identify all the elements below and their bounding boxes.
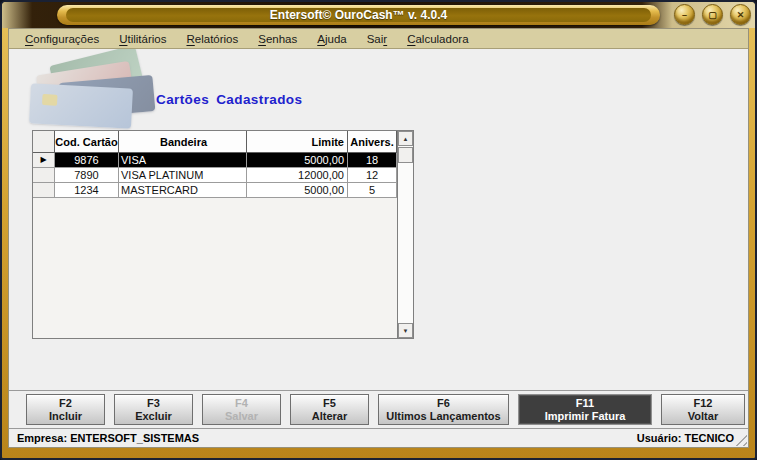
cell-limite[interactable]: 5000,00 — [247, 183, 348, 198]
f4-salvar-button: F4Salvar — [202, 394, 281, 425]
scroll-down-icon[interactable]: ▼ — [398, 323, 413, 338]
menu-ajuda[interactable]: Ajuda — [307, 32, 356, 46]
window-controls: – ▢ ✕ — [674, 4, 751, 25]
maximize-icon[interactable]: ▢ — [702, 4, 723, 25]
header-anivers[interactable]: Anivers. — [348, 131, 397, 153]
f3-excluir-button[interactable]: F3Excluir — [114, 394, 193, 425]
page-title: Cartões Cadastrados — [156, 92, 302, 107]
app-window: Entersoft© OuroCash™ v. 4.0.4 – ▢ ✕ Conf… — [0, 0, 757, 460]
cell-anivers[interactable]: 18 — [348, 153, 397, 168]
vertical-scrollbar[interactable]: ▲ ▼ — [397, 131, 413, 338]
card-chip — [42, 94, 58, 106]
main-content: Cartões Cadastrados Cod. Cartão Bandeira… — [9, 49, 748, 390]
card-blue — [29, 83, 133, 128]
grid-header-row: Cod. Cartão Bandeira Limite Anivers. — [33, 131, 397, 153]
close-icon[interactable]: ✕ — [730, 4, 751, 25]
cell-limite[interactable]: 12000,00 — [247, 168, 348, 183]
cell-anivers[interactable]: 12 — [348, 168, 397, 183]
client-area: Configurações Utilitários Relatórios Sen… — [8, 28, 749, 448]
row-selector-cell: ▶ — [33, 153, 55, 168]
menu-calculadora[interactable]: Calculadora — [397, 32, 478, 46]
menu-senhas[interactable]: Senhas — [248, 32, 307, 46]
status-usuario: Usuário: TECNICO — [637, 432, 734, 444]
status-bar: Empresa: ENTERSOFT_SISTEMAS Usuário: TEC… — [9, 428, 748, 447]
scrollbar-track[interactable] — [398, 163, 413, 323]
grid-body: Cod. Cartão Bandeira Limite Anivers. ▶ 9… — [33, 131, 397, 338]
scroll-up-icon[interactable]: ▲ — [398, 131, 413, 146]
menu-utilitarios[interactable]: Utilitários — [109, 32, 176, 46]
cell-bandeira[interactable]: MASTERCARD — [119, 183, 247, 198]
f12-voltar-button[interactable]: F12Voltar — [661, 394, 745, 425]
title-pill: Entersoft© OuroCash™ v. 4.0.4 — [57, 5, 660, 25]
status-empresa: Empresa: ENTERSOFT_SISTEMAS — [17, 432, 199, 444]
credit-cards-image — [24, 55, 169, 131]
header-bandeira[interactable]: Bandeira — [119, 131, 247, 153]
header-cod-cartao[interactable]: Cod. Cartão — [55, 131, 119, 153]
cell-anivers[interactable]: 5 — [348, 183, 397, 198]
resize-grip-icon[interactable] — [735, 434, 747, 446]
row-selector-cell — [33, 168, 55, 183]
grid-empty-area — [33, 198, 397, 338]
f11-imprimir-fatura-button[interactable]: F11Imprimir Fatura — [518, 394, 652, 425]
menu-relatorios[interactable]: Relatórios — [176, 32, 248, 46]
window-title: Entersoft© OuroCash™ v. 4.0.4 — [66, 8, 651, 22]
header-selector — [33, 131, 55, 153]
cell-cod[interactable]: 9876 — [55, 153, 119, 168]
menu-configuracoes[interactable]: Configurações — [15, 32, 109, 46]
f5-alterar-button[interactable]: F5Alterar — [290, 394, 369, 425]
button-bar: F2Incluir F3Excluir F4Salvar F5Alterar F… — [9, 390, 748, 428]
table-row[interactable]: 1234 MASTERCARD 5000,00 5 — [33, 183, 397, 198]
table-row[interactable]: 7890 VISA PLATINUM 12000,00 12 — [33, 168, 397, 183]
row-pointer-icon: ▶ — [40, 156, 46, 164]
scrollbar-thumb[interactable] — [398, 147, 413, 163]
f6-ultimos-lancamentos-button[interactable]: F6Ultimos Lançamentos — [378, 394, 509, 425]
title-bar[interactable]: Entersoft© OuroCash™ v. 4.0.4 – ▢ ✕ — [2, 2, 755, 28]
menu-bar: Configurações Utilitários Relatórios Sen… — [9, 29, 748, 49]
cell-bandeira[interactable]: VISA PLATINUM — [119, 168, 247, 183]
menu-sair[interactable]: Sair — [357, 32, 397, 46]
cell-cod[interactable]: 1234 — [55, 183, 119, 198]
header-limite[interactable]: Limite — [247, 131, 348, 153]
table-row[interactable]: ▶ 9876 VISA 5000,00 18 — [33, 153, 397, 168]
cell-bandeira[interactable]: VISA — [119, 153, 247, 168]
cell-cod[interactable]: 7890 — [55, 168, 119, 183]
cell-limite[interactable]: 5000,00 — [247, 153, 348, 168]
f2-incluir-button[interactable]: F2Incluir — [26, 394, 105, 425]
row-selector-cell — [33, 183, 55, 198]
cards-grid: Cod. Cartão Bandeira Limite Anivers. ▶ 9… — [32, 130, 414, 339]
minimize-icon[interactable]: – — [674, 4, 695, 25]
